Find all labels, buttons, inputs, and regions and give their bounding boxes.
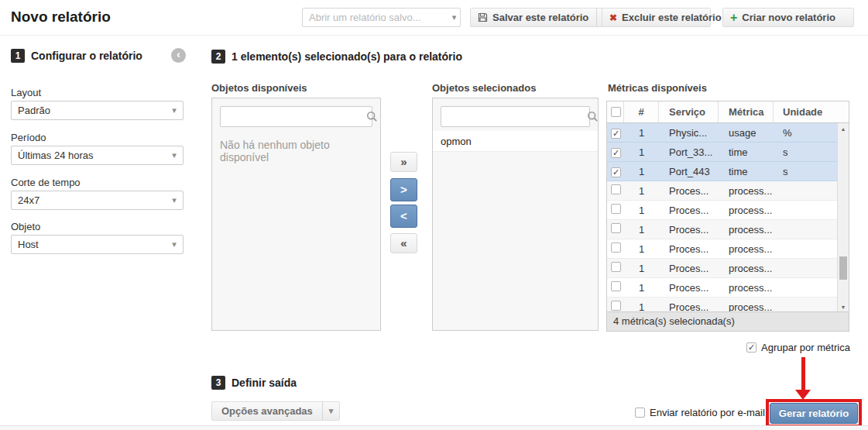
step2-badge: 2 bbox=[211, 50, 225, 64]
row-number: 1 bbox=[624, 243, 659, 255]
row-number: 1 bbox=[624, 282, 659, 294]
metrics-scrollbar[interactable]: ▲ ▼ bbox=[837, 123, 849, 313]
collapse-panel-icon[interactable]: ‹ bbox=[171, 48, 186, 63]
chevron-down-icon[interactable]: ▾ bbox=[322, 402, 340, 420]
available-search-input[interactable] bbox=[221, 111, 366, 122]
row-number: 1 bbox=[624, 146, 659, 158]
metrics-row[interactable]: 1Proces...process... bbox=[607, 220, 849, 239]
metrics-row[interactable]: ✓1Port_33...times bbox=[607, 143, 849, 162]
chevron-down-icon: ▾ bbox=[166, 105, 183, 115]
row-checkbox[interactable] bbox=[611, 243, 621, 253]
row-checkbox[interactable] bbox=[611, 223, 621, 233]
selected-search-input[interactable] bbox=[441, 111, 587, 122]
scroll-down-icon[interactable]: ▼ bbox=[838, 304, 849, 310]
layout-select[interactable]: Padrão ▾ bbox=[11, 101, 184, 120]
create-report-label: Criar novo relatório bbox=[737, 12, 843, 23]
chevron-down-icon[interactable]: ▾ bbox=[448, 12, 460, 22]
metrics-row[interactable]: ✓1Port_443times bbox=[607, 162, 849, 181]
search-icon bbox=[366, 111, 378, 122]
row-metric: time bbox=[719, 146, 774, 158]
metrics-table-header: # Serviço Métrica Unidade bbox=[607, 101, 849, 123]
row-checkbox[interactable] bbox=[611, 301, 621, 311]
period-label: Período bbox=[11, 132, 46, 143]
move-all-right-button[interactable]: » bbox=[390, 152, 417, 172]
row-metric: process... bbox=[719, 263, 774, 274]
output-section-title: Definir saída bbox=[232, 377, 297, 389]
object-select[interactable]: Host ▾ bbox=[11, 235, 184, 254]
row-service: Proces... bbox=[659, 205, 719, 216]
layout-label: Layout bbox=[11, 87, 41, 98]
available-objects-box: Não há nenhum objeto disponível bbox=[211, 98, 381, 331]
email-report-label: Enviar relatório por e-mail bbox=[645, 407, 765, 418]
column-header-metric[interactable]: Métrica bbox=[719, 101, 774, 122]
delete-report-button[interactable]: ✖ Excluir este relatório bbox=[602, 8, 711, 27]
delete-report-label: Excluir este relatório bbox=[617, 12, 729, 23]
step3-badge: 3 bbox=[211, 376, 225, 390]
row-service: Physic... bbox=[659, 127, 719, 139]
generate-report-button[interactable]: Gerar relatório bbox=[770, 403, 858, 424]
row-number: 1 bbox=[624, 205, 659, 216]
move-right-button[interactable]: > bbox=[390, 178, 417, 201]
metrics-row[interactable]: 1Proces...process... bbox=[607, 298, 849, 313]
metrics-row[interactable]: 1Proces...process... bbox=[607, 201, 849, 220]
search-icon bbox=[587, 111, 599, 122]
metrics-footer: 4 métrica(s) selecionada(s) bbox=[607, 311, 849, 331]
row-metric: process... bbox=[719, 243, 774, 255]
metrics-row[interactable]: 1Proces...process... bbox=[607, 259, 849, 278]
selected-object-item[interactable]: opmon bbox=[433, 131, 598, 152]
save-report-button[interactable]: Salvar este relatório ▾ bbox=[470, 8, 616, 27]
row-checkbox[interactable]: ✓ bbox=[611, 148, 621, 158]
column-header-number[interactable]: # bbox=[624, 101, 659, 122]
row-checkbox[interactable]: ✓ bbox=[611, 129, 621, 139]
metrics-row[interactable]: 1Proces...process... bbox=[607, 181, 849, 201]
row-checkbox-cell: ✓ bbox=[607, 127, 624, 139]
scroll-up-icon[interactable]: ▲ bbox=[838, 126, 849, 132]
selected-search[interactable] bbox=[441, 106, 590, 127]
row-checkbox[interactable] bbox=[611, 281, 621, 291]
metrics-table: # Serviço Métrica Unidade ✓1Physic...usa… bbox=[606, 101, 849, 332]
row-number: 1 bbox=[624, 166, 659, 177]
chevron-down-icon: ▾ bbox=[166, 195, 183, 205]
row-checkbox[interactable] bbox=[611, 184, 621, 194]
row-checkbox[interactable] bbox=[611, 262, 621, 272]
open-saved-report-input[interactable] bbox=[303, 12, 448, 23]
available-search[interactable] bbox=[220, 106, 372, 127]
plus-icon: + bbox=[723, 12, 737, 23]
move-left-button[interactable]: < bbox=[390, 205, 417, 228]
email-report-checkbox[interactable] bbox=[635, 408, 645, 418]
row-checkbox-cell bbox=[607, 184, 624, 197]
row-checkbox-cell: ✓ bbox=[607, 146, 624, 158]
row-service: Port_443 bbox=[659, 166, 719, 177]
group-by-metric-checkbox[interactable]: ✓ bbox=[746, 342, 756, 353]
row-checkbox-cell bbox=[607, 223, 624, 236]
metrics-row[interactable]: 1Proces...process... bbox=[607, 239, 849, 259]
selected-objects-list: opmon bbox=[433, 131, 598, 152]
advanced-options-button[interactable]: Opções avançadas ▾ bbox=[211, 401, 340, 421]
scrollbar-thumb[interactable] bbox=[839, 256, 847, 280]
row-checkbox-cell bbox=[607, 281, 624, 294]
row-checkbox[interactable] bbox=[611, 204, 621, 214]
row-number: 1 bbox=[624, 263, 659, 274]
selected-objects-title: Objetos selecionados bbox=[432, 82, 536, 94]
advanced-options-label: Opções avançadas bbox=[212, 405, 322, 417]
time-slice-value: 24x7 bbox=[12, 194, 166, 206]
metrics-row[interactable]: ✓1Physic...usage% bbox=[607, 123, 849, 143]
move-all-left-button[interactable]: « bbox=[390, 233, 417, 253]
metrics-table-body: ✓1Physic...usage%✓1Port_33...times✓1Port… bbox=[607, 123, 849, 313]
row-number: 1 bbox=[624, 127, 659, 139]
row-metric: process... bbox=[719, 185, 774, 197]
column-header-service[interactable]: Serviço bbox=[659, 101, 719, 122]
open-saved-report-combobox[interactable]: ▾ bbox=[302, 8, 461, 27]
row-metric: process... bbox=[719, 224, 774, 236]
metrics-row[interactable]: 1Proces...process... bbox=[607, 278, 849, 298]
time-slice-select[interactable]: 24x7 ▾ bbox=[11, 191, 184, 210]
period-select[interactable]: Últimas 24 horas ▾ bbox=[11, 146, 184, 165]
email-report-row: Enviar relatório por e-mail bbox=[635, 407, 765, 418]
selected-objects-box: opmon bbox=[432, 98, 599, 331]
create-report-button[interactable]: + Criar novo relatório bbox=[722, 8, 854, 27]
layout-value: Padrão bbox=[12, 105, 166, 116]
row-checkbox[interactable]: ✓ bbox=[611, 167, 621, 177]
time-slice-label: Corte de tempo bbox=[11, 177, 81, 188]
select-all-checkbox[interactable] bbox=[611, 107, 621, 117]
column-header-unit[interactable]: Unidade bbox=[774, 101, 849, 122]
